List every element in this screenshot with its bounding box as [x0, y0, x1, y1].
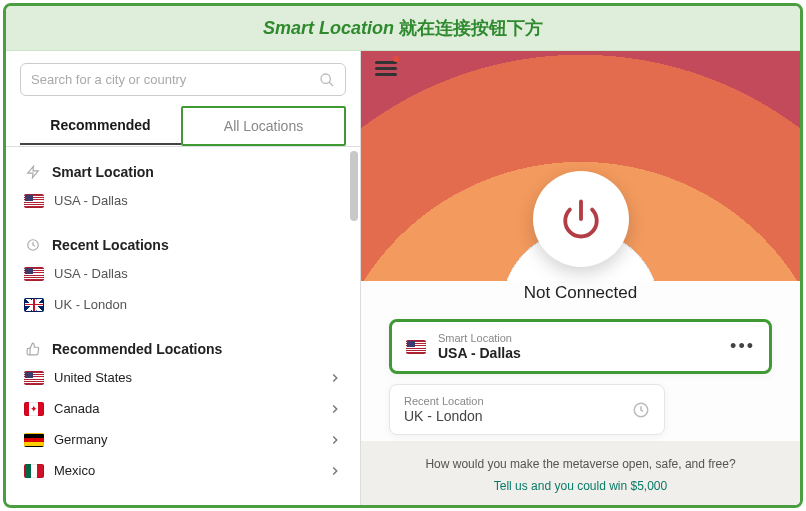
search-icon — [319, 72, 335, 88]
banner-rest: 就在连接按钮下方 — [394, 18, 543, 38]
chevron-right-icon — [328, 371, 342, 385]
flag-icon-us — [24, 371, 44, 385]
flag-icon-uk — [24, 298, 44, 312]
location-label: UK - London — [54, 297, 127, 312]
card-subtitle: UK - London — [404, 408, 620, 424]
location-label: USA - Dallas — [54, 193, 128, 208]
flag-icon-ca — [24, 402, 44, 416]
location-label: Mexico — [54, 463, 95, 478]
caption-banner: Smart Location 就在连接按钮下方 — [6, 6, 800, 51]
card-subtitle: USA - Dallas — [438, 345, 718, 361]
thumbs-up-icon — [24, 340, 42, 358]
more-options-button[interactable]: ••• — [730, 336, 755, 357]
promo-text: How would you make the metaverse open, s… — [389, 455, 772, 473]
location-label: United States — [54, 370, 132, 385]
chevron-right-icon — [328, 464, 342, 478]
flag-icon-us — [406, 340, 426, 354]
clock-icon — [24, 236, 42, 254]
card-title: Smart Location — [438, 332, 718, 344]
lightning-icon — [24, 163, 42, 181]
location-tabs: Recommended All Locations — [6, 106, 360, 147]
location-label: Canada — [54, 401, 100, 416]
connect-button[interactable] — [533, 171, 629, 267]
svg-marker-2 — [28, 166, 39, 178]
flag-icon-de — [24, 433, 44, 447]
flag-icon-us — [24, 194, 44, 208]
card-title: Recent Location — [404, 395, 620, 407]
recent-location-item[interactable]: UK - London — [6, 289, 360, 320]
recommended-location-item[interactable]: Canada — [6, 393, 360, 424]
promo-banner: How would you make the metaverse open, s… — [361, 441, 800, 505]
flag-icon-us — [24, 267, 44, 281]
section-title: Recent Locations — [52, 237, 169, 253]
flag-icon-mx — [24, 464, 44, 478]
tab-recommended[interactable]: Recommended — [20, 107, 181, 145]
tab-all-locations[interactable]: All Locations — [181, 106, 346, 146]
smart-location-card[interactable]: Smart Location USA - Dallas ••• — [389, 319, 772, 374]
promo-link[interactable]: Tell us and you could win $5,000 — [389, 477, 772, 495]
smart-location-item[interactable]: USA - Dallas — [6, 185, 360, 216]
recent-location-card[interactable]: Recent Location UK - London — [389, 384, 665, 435]
svg-line-1 — [329, 82, 333, 86]
clock-icon — [632, 401, 650, 419]
scrollbar-thumb[interactable] — [350, 151, 358, 221]
recent-location-item[interactable]: USA - Dallas — [6, 258, 360, 289]
section-title: Recommended Locations — [52, 341, 222, 357]
recommended-location-item[interactable]: Mexico — [6, 455, 360, 486]
section-recommended-locations: Recommended Locations — [6, 330, 360, 362]
locations-list: Smart Location USA - Dallas Recent Locat… — [6, 147, 360, 505]
chevron-right-icon — [328, 433, 342, 447]
connection-status: Not Connected — [361, 283, 800, 303]
hamburger-menu-button[interactable] — [375, 61, 397, 77]
search-input[interactable] — [31, 72, 335, 87]
svg-point-0 — [321, 74, 330, 83]
section-title: Smart Location — [52, 164, 154, 180]
section-smart-location: Smart Location — [6, 153, 360, 185]
section-recent-locations: Recent Locations — [6, 226, 360, 258]
banner-italic: Smart Location — [263, 18, 394, 38]
chevron-right-icon — [328, 402, 342, 416]
connection-panel: Not Connected Smart Location USA - Dalla… — [361, 51, 800, 505]
location-label: Germany — [54, 432, 107, 447]
recommended-location-item[interactable]: Germany — [6, 424, 360, 455]
locations-panel: Recommended All Locations Smart Location… — [6, 51, 361, 505]
search-input-wrap[interactable] — [20, 63, 346, 96]
recommended-location-item[interactable]: United States — [6, 362, 360, 393]
location-label: USA - Dallas — [54, 266, 128, 281]
